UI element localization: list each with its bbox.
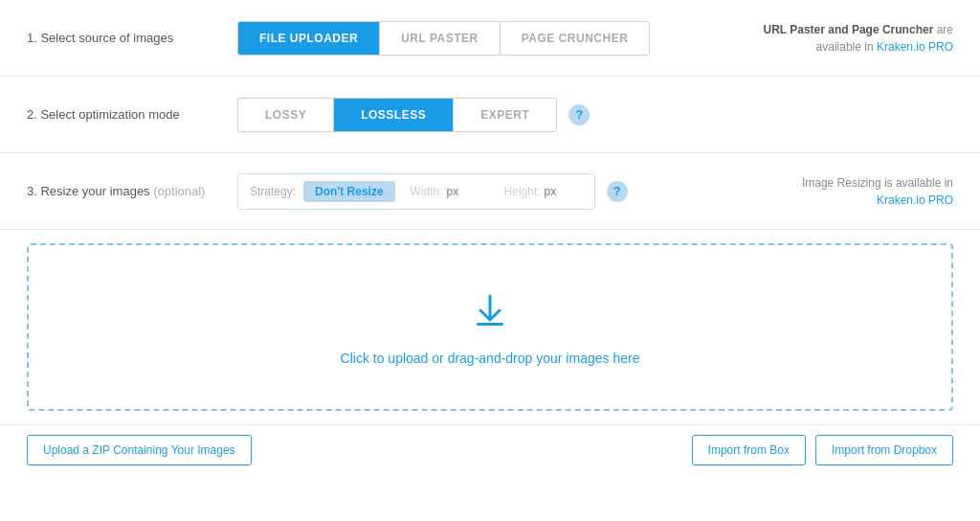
optimization-help-icon[interactable]: ? — [568, 104, 590, 125]
tab-lossy[interactable]: LOSSY — [238, 99, 334, 131]
svg-rect-1 — [477, 323, 503, 326]
step2-text: 2. Select optimization mode — [27, 107, 180, 122]
resize-note-line1: Image Resizing is available inKraken.io … — [802, 176, 953, 207]
width-input[interactable] — [447, 185, 485, 198]
pro-note-link[interactable]: Kraken.io PRO — [877, 40, 953, 54]
height-label: Height: — [504, 185, 541, 198]
resize-section: 3. Resize your images (optional) Strateg… — [0, 153, 980, 230]
bottom-right-buttons: Import from Box Import from Dropbox — [692, 435, 953, 465]
step3-text: 3. Resize your images — [27, 184, 150, 198]
strategy-label: Strategy: — [250, 185, 296, 198]
step1-label: 1. Select source of images — [27, 31, 237, 45]
tab-url-paster[interactable]: URL PASTER — [380, 22, 501, 55]
pro-note-highlight: URL Paster and Page Cruncher — [763, 23, 933, 36]
pro-note: URL Paster and Page Cruncher are availab… — [762, 21, 953, 56]
pro-note-text: URL Paster and Page Cruncher are availab… — [763, 23, 953, 54]
dropzone[interactable]: Click to upload or drag-and-drop your im… — [27, 243, 953, 411]
tab-lossless[interactable]: LOSSLESS — [334, 99, 454, 131]
resize-note-link[interactable]: Kraken.io PRO — [877, 193, 953, 207]
step3-optional: (optional) — [153, 184, 205, 198]
resize-box: Strategy: Don't Resize Width: Height: — [237, 173, 595, 210]
dropzone-section: Click to upload or drag-and-drop your im… — [0, 230, 980, 424]
step1-text: 1. Select source of images — [27, 31, 173, 45]
optimization-section: 2. Select optimization mode LOSSY LOSSLE… — [0, 77, 980, 153]
resize-help-icon[interactable]: ? — [607, 181, 628, 202]
source-tabs: FILE UPLOADER URL PASTER PAGE CRUNCHER — [237, 21, 650, 56]
tab-expert[interactable]: EXPERT — [454, 99, 556, 131]
width-label: Width: — [411, 185, 443, 198]
dropzone-text: Click to upload or drag-and-drop your im… — [341, 351, 640, 366]
import-dropbox-button[interactable]: Import from Dropbox — [815, 435, 953, 465]
mode-tabs: LOSSY LOSSLESS EXPERT — [237, 98, 557, 132]
download-icon — [467, 288, 513, 337]
height-input[interactable] — [545, 185, 583, 198]
import-box-button[interactable]: Import from Box — [692, 435, 806, 465]
resize-note: Image Resizing is available inKraken.io … — [802, 174, 953, 209]
tab-page-cruncher[interactable]: PAGE CRUNCHER — [501, 22, 650, 55]
height-group: Height: — [504, 185, 583, 198]
tab-file-uploader[interactable]: FILE UPLOADER — [238, 22, 380, 55]
resize-note-text: Image Resizing is available in — [802, 176, 953, 190]
strategy-button[interactable]: Don't Resize — [303, 181, 395, 202]
width-group: Width: — [411, 185, 485, 198]
source-section: 1. Select source of images FILE UPLOADER… — [0, 0, 980, 77]
step2-label: 2. Select optimization mode — [27, 107, 237, 122]
bottom-bar: Upload a ZIP Containing Your Images Impo… — [0, 424, 980, 475]
upload-zip-button[interactable]: Upload a ZIP Containing Your Images — [27, 435, 252, 465]
step3-label: 3. Resize your images (optional) — [27, 184, 237, 198]
